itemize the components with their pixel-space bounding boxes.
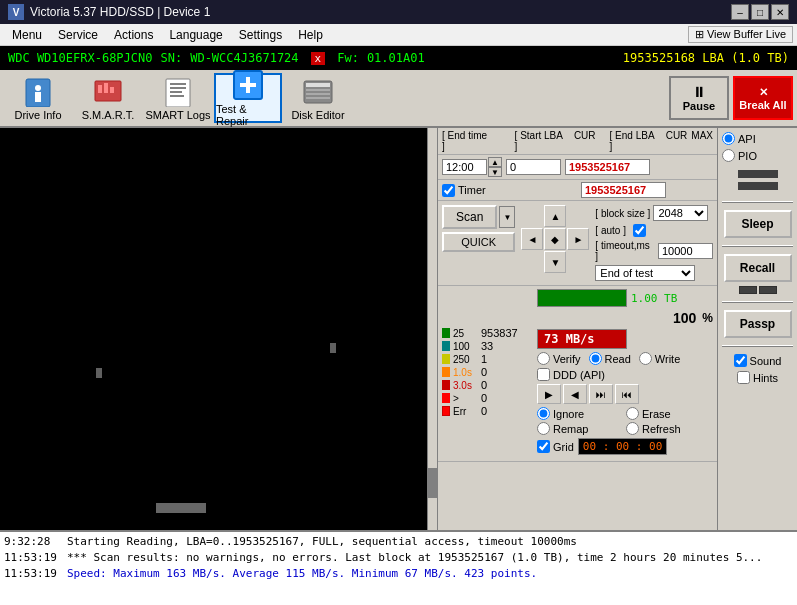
time-up-btn[interactable]: ▲ [488,157,502,167]
break-all-button[interactable]: ✕ Break All [733,76,793,120]
erase-radio[interactable] [626,407,639,420]
timer-checkbox-label[interactable]: Timer [442,184,517,197]
drive-info-button[interactable]: Drive Info [4,73,72,123]
nav-left-button[interactable]: ◄ [521,228,543,250]
smart-logs-button[interactable]: SMART Logs [144,73,212,123]
smart-button[interactable]: S.M.A.R.T. [74,73,142,123]
nav-down-button[interactable]: ▼ [544,251,566,273]
pause-button[interactable]: ⏸ Pause [669,76,729,120]
transport-play[interactable]: ▶ [537,384,561,404]
nav-right-button[interactable]: ► [567,228,589,250]
remap-radio[interactable] [537,422,550,435]
hints-checkbox-label[interactable]: Hints [737,371,778,384]
recall-button[interactable]: Recall [724,254,792,282]
scan-button[interactable]: Scan [442,205,497,229]
minimize-button[interactable]: – [731,4,749,20]
time-lba-row: ▲ ▼ [438,155,717,180]
test-repair-button[interactable]: + Test & Repair [214,73,282,123]
disk-editor-icon [302,75,334,107]
scan-button-row: Scan ▼ [442,205,515,229]
pio-option[interactable]: PIO [722,149,793,162]
transport-rewind[interactable]: ◀ [563,384,587,404]
svg-rect-11 [170,95,184,97]
remap-label[interactable]: Remap [537,422,624,435]
svg-point-1 [35,85,41,91]
read-radio[interactable] [589,352,602,365]
menu-item-language[interactable]: Language [161,26,230,44]
scroll-thumb[interactable] [427,468,437,498]
auto-checkbox[interactable] [633,224,646,237]
toolbar-right: ⏸ Pause ✕ Break All [669,76,793,120]
transport-end[interactable]: ⏭ [589,384,613,404]
ignore-label[interactable]: Ignore [537,407,624,420]
verify-label[interactable]: Verify [537,352,581,365]
view-buffer-button[interactable]: ⊞ View Buffer Live [688,26,793,43]
maximize-button[interactable]: □ [751,4,769,20]
grid-checkbox-label[interactable]: Grid [537,440,574,453]
ddd-checkbox[interactable] [537,368,550,381]
hints-checkbox[interactable] [737,371,750,384]
percent-row: 100 % [537,310,713,326]
api-radio[interactable] [722,132,735,145]
pio-radio[interactable] [722,149,735,162]
refresh-radio[interactable] [626,422,639,435]
progress-speed-area: 1.00 TB 100 % 73 MB/s [537,289,713,455]
verify-radio[interactable] [537,352,550,365]
timeout-label: [ timeout,ms ] [595,240,655,262]
scan-scrollbar[interactable] [427,128,437,530]
menu-item-actions[interactable]: Actions [106,26,161,44]
smart-icon [92,75,124,107]
stat-color-1s [442,367,450,377]
end-lba-input-1[interactable] [565,159,650,175]
led-area [738,169,778,191]
log-msg-1: *** Scan results: no warnings, no errors… [67,550,762,566]
end-lba-input-2[interactable] [581,182,666,198]
app-icon: V [8,4,24,20]
nav-center-button[interactable]: ◆ [544,228,566,250]
divider-4 [722,345,793,347]
stat-threshold-100: 100 [453,341,478,352]
timer-checkbox[interactable] [442,184,455,197]
svg-rect-19 [306,93,330,95]
disk-editor-button[interactable]: Disk Editor [284,73,352,123]
svg-rect-6 [110,87,114,93]
end-test-select[interactable]: End of test [595,265,695,281]
menu-item-service[interactable]: Service [50,26,106,44]
transport-start[interactable]: ⏮ [615,384,639,404]
end-time-input[interactable] [442,159,487,175]
read-label[interactable]: Read [589,352,631,365]
api-option[interactable]: API [722,132,793,145]
drive-name: WDC WD10EFRX-68PJCN0 [8,51,153,65]
close-button[interactable]: ✕ [771,4,789,20]
nav-up-button[interactable]: ▲ [544,205,566,227]
erase-label[interactable]: Erase [626,407,713,420]
refresh-label[interactable]: Refresh [626,422,713,435]
quick-button[interactable]: QUICK [442,232,515,252]
progress-bar-row: 1.00 TB [537,289,713,307]
grid-checkbox[interactable] [537,440,550,453]
sleep-button[interactable]: Sleep [724,210,792,238]
drive-close-button[interactable]: x [311,52,326,65]
time-down-btn[interactable]: ▼ [488,167,502,177]
start-lba-input[interactable] [506,159,561,175]
menu-item-help[interactable]: Help [290,26,331,44]
ddd-checkbox-label[interactable]: DDD (API) [537,368,713,381]
menu-bar: Menu Service Actions Language Settings H… [0,24,797,46]
block-size-select[interactable]: 2048 512 4096 [653,205,708,221]
drive-bar: WDC WD10EFRX-68PJCN0 SN: WD-WCC4J3671724… [0,46,797,70]
timeout-input[interactable] [658,243,713,259]
write-label[interactable]: Write [639,352,680,365]
drive-lba-info: 1953525168 LBA (1.0 TB) [623,51,789,65]
ignore-radio[interactable] [537,407,550,420]
divider-3 [722,301,793,303]
scan-dropdown-button[interactable]: ▼ [499,206,515,228]
nav-empty-bl [521,251,543,273]
sound-checkbox[interactable] [734,354,747,367]
menu-item-settings[interactable]: Settings [231,26,290,44]
led-2 [738,182,778,190]
drive-serial-num: WD-WCC4J3671724 [190,51,298,65]
passp-button[interactable]: Passp [724,310,792,338]
menu-item-menu[interactable]: Menu [4,26,50,44]
sound-checkbox-label[interactable]: Sound [734,354,782,367]
write-radio[interactable] [639,352,652,365]
